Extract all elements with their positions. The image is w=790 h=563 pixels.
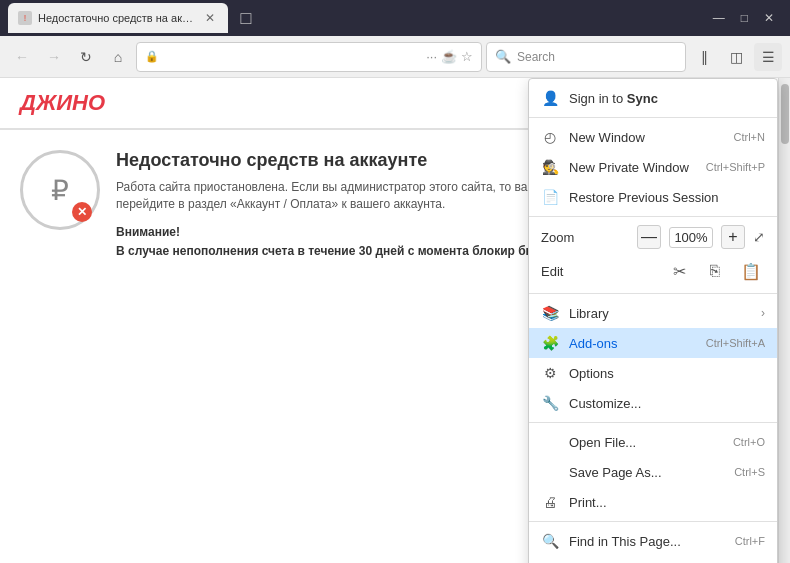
private-window-shortcut: Ctrl+Shift+P [706,161,765,173]
menu-item-private-window[interactable]: 🕵 New Private Window Ctrl+Shift+P [529,152,777,182]
tab-close-button[interactable]: ✕ [202,10,218,26]
window-controls: — □ ✕ [713,11,782,25]
find-label: Find in This Page... [569,534,725,549]
new-tab-button[interactable]: □ [232,4,260,32]
open-file-label: Open File... [569,435,723,450]
active-tab[interactable]: ! Недостаточно средств на аккаунт... ✕ [8,3,228,33]
zoom-label: Zoom [541,230,629,245]
cut-button[interactable]: ✂ [665,257,693,285]
title-bar: ! Недостаточно средств на аккаунт... ✕ □… [0,0,790,36]
puzzle-icon: 🧩 [541,334,559,352]
menu-item-signin[interactable]: 👤 Sign in to Sync [529,83,777,113]
bookmark-button[interactable]: ☆ [461,49,473,64]
menu-item-save-page[interactable]: Save Page As... Ctrl+S [529,457,777,487]
menu-item-more[interactable]: More › [529,556,777,563]
save-page-shortcut: Ctrl+S [734,466,765,478]
find-shortcut: Ctrl+F [735,535,765,547]
security-icon: 🔒 [145,50,159,63]
nav-bar: ← → ↻ ⌂ 🔒 ··· ☕ ☆ 🔍 Search ‖ ◫ ☰ [0,36,790,78]
menu-item-new-window[interactable]: ◴ New Window Ctrl+N [529,122,777,152]
library-icon: 📚 [541,304,559,322]
print-label: Print... [569,495,765,510]
scrollbar-thumb[interactable] [781,84,789,144]
sidebar-button[interactable]: ◫ [722,43,750,71]
tab-title: Недостаточно средств на аккаунт... [38,12,196,24]
edit-row: Edit ✂ ⎘ 📋 [529,253,777,289]
menu-separator-1 [529,117,777,118]
browser-menu: 👤 Sign in to Sync ◴ New Window Ctrl+N 🕵 … [528,78,778,563]
search-input[interactable]: Search [517,50,677,64]
addons-label: Add-ons [569,336,696,351]
menu-separator-2 [529,216,777,217]
search-bar[interactable]: 🔍 Search [486,42,686,72]
gear-icon: ⚙ [541,364,559,382]
private-window-label: New Private Window [569,160,696,175]
reader-view-button[interactable]: ‖ [690,43,718,71]
wrench-icon: 🔧 [541,394,559,412]
zoom-in-button[interactable]: + [721,225,745,249]
signin-label: Sign in to Sync [569,91,765,106]
zoom-out-button[interactable]: — [637,225,661,249]
home-button[interactable]: ⌂ [104,43,132,71]
address-actions: ··· ☕ ☆ [426,49,473,64]
addons-shortcut: Ctrl+Shift+A [706,337,765,349]
save-page-label: Save Page As... [569,465,724,480]
error-x: ✕ [72,202,92,222]
open-file-shortcut: Ctrl+O [733,436,765,448]
customize-label: Customize... [569,396,765,411]
zoom-row: Zoom — 100% + ⤢ [529,221,777,253]
open-file-icon [541,433,559,451]
options-label: Options [569,366,765,381]
save-icon [541,463,559,481]
menu-button[interactable]: ☰ [754,43,782,71]
find-icon: 🔍 [541,532,559,550]
close-button[interactable]: ✕ [764,11,774,25]
content-area: ДЖИНО ₽ ✕ Недостаточно средств на аккаун… [0,78,790,563]
pocket-button[interactable]: ☕ [441,49,457,64]
menu-item-library[interactable]: 📚 Library › [529,298,777,328]
zoom-expand-button[interactable]: ⤢ [753,229,765,245]
library-label: Library [569,306,751,321]
error-icon: ₽ ✕ [20,150,100,230]
menu-separator-4 [529,422,777,423]
warning-title: Внимание! [116,225,180,239]
printer-icon: 🖨 [541,493,559,511]
edit-label: Edit [541,264,657,279]
address-bar[interactable]: 🔒 ··· ☕ ☆ [136,42,482,72]
menu-separator-5 [529,521,777,522]
menu-item-open-file[interactable]: Open File... Ctrl+O [529,427,777,457]
person-icon: 👤 [541,89,559,107]
forward-button[interactable]: → [40,43,68,71]
paste-button[interactable]: 📋 [737,257,765,285]
new-window-label: New Window [569,130,724,145]
menu-item-restore-session[interactable]: 📄 Restore Previous Session [529,182,777,212]
library-arrow: › [761,306,765,320]
menu-item-print[interactable]: 🖨 Print... [529,487,777,517]
minimize-button[interactable]: — [713,11,725,25]
menu-item-customize[interactable]: 🔧 Customize... [529,388,777,418]
more-button[interactable]: ··· [426,49,437,64]
tab-favicon: ! [18,11,32,25]
refresh-button[interactable]: ↻ [72,43,100,71]
restore-session-label: Restore Previous Session [569,190,765,205]
back-button[interactable]: ← [8,43,36,71]
ruble-icon: ₽ [51,174,69,207]
search-icon: 🔍 [495,49,511,64]
menu-item-find[interactable]: 🔍 Find in This Page... Ctrl+F [529,526,777,556]
menu-item-addons[interactable]: 🧩 Add-ons Ctrl+Shift+A [529,328,777,358]
toolbar-icons: ‖ ◫ ☰ [690,43,782,71]
browser-window: ! Недостаточно средств на аккаунт... ✕ □… [0,0,790,563]
maximize-button[interactable]: □ [741,11,748,25]
menu-separator-3 [529,293,777,294]
menu-item-options[interactable]: ⚙ Options [529,358,777,388]
scrollbar[interactable] [778,78,790,563]
restore-icon: 📄 [541,188,559,206]
window-icon: ◴ [541,128,559,146]
mask-icon: 🕵 [541,158,559,176]
copy-button[interactable]: ⎘ [701,257,729,285]
zoom-value: 100% [669,227,713,248]
new-window-shortcut: Ctrl+N [734,131,765,143]
